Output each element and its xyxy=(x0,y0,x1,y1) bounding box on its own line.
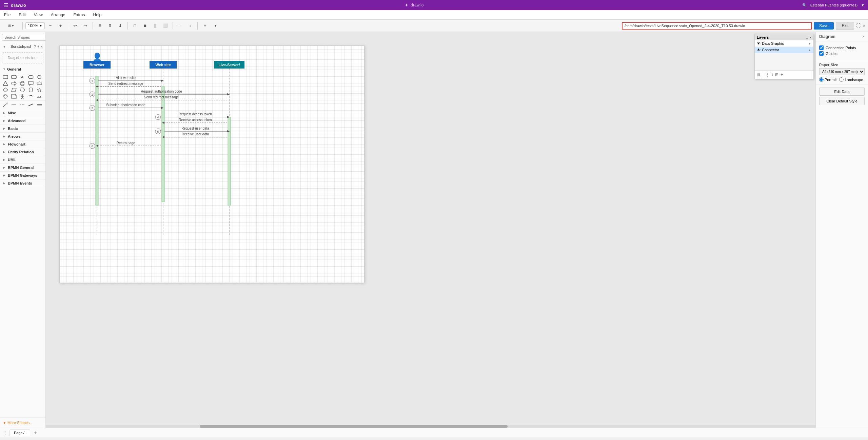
guides-checkbox[interactable] xyxy=(819,51,824,56)
shape-rounded-rect[interactable] xyxy=(11,74,17,80)
user-dropdown-icon[interactable]: ▼ xyxy=(861,3,865,7)
more-shapes-link[interactable]: ▼ More Shapes... xyxy=(3,421,33,425)
canvas-area[interactable]: 👤 Browser Web site Live-Server! xyxy=(46,32,815,428)
shape-text[interactable]: A xyxy=(19,74,26,80)
category-bpmn-gateways-header[interactable]: ▶ BPMN Gateways xyxy=(0,172,45,179)
add-page-button[interactable]: + xyxy=(34,430,37,436)
insert-button[interactable]: + xyxy=(200,21,210,30)
portrait-radio[interactable] xyxy=(819,77,824,82)
scratchpad-close-icon[interactable]: × xyxy=(41,45,43,49)
hamburger-icon[interactable]: ☰ xyxy=(3,2,8,8)
layers-add-icon[interactable]: + xyxy=(781,72,783,77)
zoom-out-button[interactable]: − xyxy=(46,21,55,30)
layer-move-up-icon[interactable]: ▲ xyxy=(808,48,811,52)
layers-close-icon[interactable]: × xyxy=(809,36,811,39)
layer-row-data-graphic[interactable]: 👁 Data Graphic ▼ xyxy=(755,40,813,47)
menu-item-help[interactable]: Help xyxy=(92,12,103,18)
shape-line-4[interactable] xyxy=(27,102,34,108)
bottom-menu-button[interactable]: ⋮ xyxy=(3,430,7,436)
shape-callout[interactable] xyxy=(27,81,34,86)
undo-button[interactable]: ↩ xyxy=(71,21,80,30)
category-arrows-header[interactable]: ▶ Arrows xyxy=(0,133,45,140)
menu-item-arrange[interactable]: Arrange xyxy=(50,12,67,18)
category-entity-relation-header[interactable]: ▶ Entity Relation xyxy=(0,148,45,156)
zoom-in-button[interactable]: + xyxy=(56,21,65,30)
shape-arrow-right[interactable] xyxy=(11,81,17,86)
to-front-button[interactable]: ⬆ xyxy=(106,21,115,30)
shape-triangle[interactable] xyxy=(2,81,9,86)
shape-line-1[interactable] xyxy=(2,102,9,108)
shape-cloud[interactable] xyxy=(36,81,43,86)
tab-page-1[interactable]: Page-1 xyxy=(9,429,30,436)
menu-item-view[interactable]: View xyxy=(33,12,44,18)
menu-item-edit[interactable]: Edit xyxy=(17,12,27,18)
shadow-button[interactable]: ▒ xyxy=(151,21,160,30)
fullscreen-icon[interactable]: ⛶ xyxy=(856,23,861,28)
fill-button[interactable]: ◼ xyxy=(141,21,150,30)
layers-info-icon[interactable]: ℹ xyxy=(771,72,773,77)
clear-default-style-button[interactable]: Clear Default Style xyxy=(819,97,865,105)
category-general-header[interactable]: ▼ General xyxy=(0,65,45,73)
layers-delete-icon[interactable]: 🗑 xyxy=(757,72,761,77)
shape-line-5[interactable] xyxy=(36,102,43,108)
scrollbar-thumb-h[interactable] xyxy=(200,425,508,428)
horizontal-scrollbar[interactable] xyxy=(46,425,815,428)
close-window-icon[interactable]: × xyxy=(863,23,865,28)
shape-rectangle[interactable] xyxy=(2,74,9,80)
search-icon[interactable]: 🔍 xyxy=(802,3,807,7)
layer-move-down-icon[interactable]: ▼ xyxy=(808,42,811,45)
diagram-mode-button[interactable]: ⊞ ▼ xyxy=(3,21,20,30)
category-uml-header[interactable]: ▶ UML xyxy=(0,156,45,164)
landscape-radio-label[interactable]: Landscape xyxy=(839,77,863,82)
category-advanced-header[interactable]: ▶ Advanced xyxy=(0,117,45,125)
waypoint-button[interactable]: ↕ xyxy=(186,21,195,30)
shape-person[interactable] xyxy=(19,94,26,99)
shape-star[interactable] xyxy=(36,87,43,93)
shape-curve[interactable] xyxy=(27,94,34,99)
layer-row-connector[interactable]: 👁 Connector ▲ xyxy=(755,47,813,53)
paper-size-select[interactable]: A4 (210 mm x 297 mm) xyxy=(819,68,865,75)
border-button[interactable]: ⬜ xyxy=(161,21,170,30)
layer-visibility-icon[interactable]: 👁 xyxy=(757,41,761,45)
search-shapes-input[interactable] xyxy=(2,34,46,41)
zoom-selector[interactable]: 100% ▼ xyxy=(25,22,45,29)
menu-item-file[interactable]: File xyxy=(3,12,12,18)
shape-diamond[interactable] xyxy=(2,87,9,93)
portrait-radio-label[interactable]: Portrait xyxy=(819,77,836,82)
landscape-radio[interactable] xyxy=(839,77,844,82)
category-bpmn-events-header[interactable]: ▶ BPMN Events xyxy=(0,179,45,187)
to-back-button[interactable]: ⬇ xyxy=(116,21,125,30)
insert-dropdown[interactable]: ▼ xyxy=(211,21,220,30)
layer-visibility-icon-2[interactable]: 👁 xyxy=(757,48,761,52)
connection-button[interactable]: → xyxy=(176,21,184,30)
delete-button[interactable]: ⊟ xyxy=(96,21,104,30)
category-basic-header[interactable]: ▶ Basic xyxy=(0,125,45,132)
save-button[interactable]: Save xyxy=(814,22,834,30)
connection-points-checkbox[interactable] xyxy=(819,45,824,50)
shape-cross[interactable] xyxy=(2,94,9,99)
category-flowchart-header[interactable]: ▶ Flowchart xyxy=(0,140,45,148)
shape-circle[interactable] xyxy=(36,74,43,80)
shape-ellipse[interactable] xyxy=(27,74,34,80)
shape-arc[interactable] xyxy=(36,94,43,99)
shape-line-3[interactable] xyxy=(19,102,26,108)
menu-item-extras[interactable]: Extras xyxy=(72,12,86,18)
shape-rounded-hex[interactable] xyxy=(27,87,34,93)
category-bpmn-general-header[interactable]: ▶ BPMN General xyxy=(0,164,45,171)
scratchpad-help-icon[interactable]: ? xyxy=(34,45,36,49)
file-path-input[interactable] xyxy=(622,22,812,30)
layers-copy-icon[interactable]: ⊞ xyxy=(775,72,778,77)
layers-kebab-icon[interactable]: ⋮ xyxy=(765,72,769,77)
exit-button[interactable]: Exit xyxy=(836,22,854,30)
shape-line-2[interactable] xyxy=(11,102,17,108)
shape-parallelogram[interactable] xyxy=(11,87,17,93)
layers-maximize-icon[interactable]: □ xyxy=(806,36,808,39)
diagram-panel-close-icon[interactable]: × xyxy=(862,34,865,39)
shape-cylinder[interactable] xyxy=(19,81,26,86)
no-fill-button[interactable]: ◻ xyxy=(131,21,139,30)
edit-data-button[interactable]: Edit Data xyxy=(819,88,865,96)
scratchpad-add-icon[interactable]: + xyxy=(37,45,39,49)
redo-button[interactable]: ↪ xyxy=(81,21,90,30)
category-misc-header[interactable]: ▶ Misc xyxy=(0,109,45,117)
shape-note[interactable] xyxy=(11,94,17,99)
